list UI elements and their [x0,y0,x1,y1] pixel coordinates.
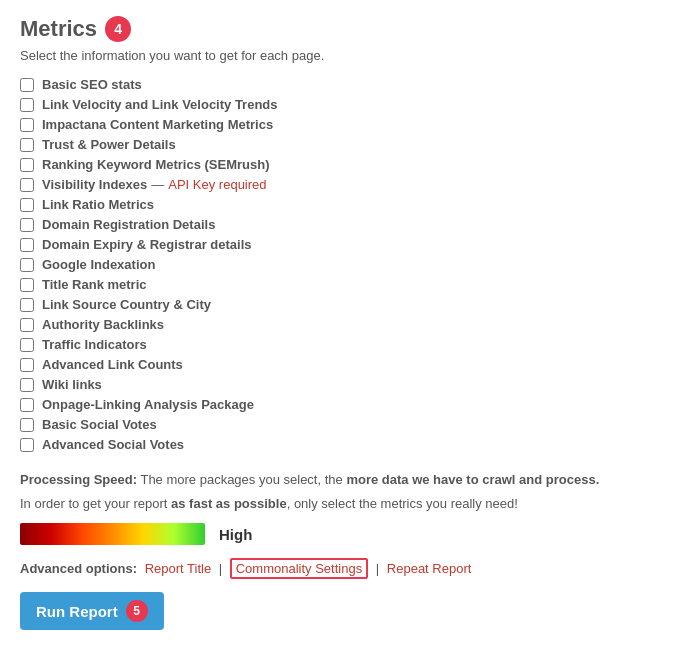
label-advanced-link-counts[interactable]: Advanced Link Counts [42,357,183,372]
list-item-domain-registration: Domain Registration Details [20,217,659,232]
api-key-required-link[interactable]: API Key required [168,177,266,192]
list-item-basic-social-votes: Basic Social Votes [20,417,659,432]
label-google-indexation[interactable]: Google Indexation [42,257,155,272]
list-item-visibility-indexes: Visibility Indexes — API Key required [20,177,659,192]
checkbox-impactana[interactable] [20,118,34,132]
label-domain-registration[interactable]: Domain Registration Details [42,217,215,232]
processing-text-start: The more packages you select, the [140,472,346,487]
checkbox-advanced-social-votes[interactable] [20,438,34,452]
processing-text-bold: more data we have to crawl and process. [346,472,599,487]
list-item-domain-expiry: Domain Expiry & Registrar details [20,237,659,252]
page-title: Metrics [20,16,97,42]
checkbox-basic-social-votes[interactable] [20,418,34,432]
label-onpage-linking[interactable]: Onpage-Linking Analysis Package [42,397,254,412]
label-title-rank[interactable]: Title Rank metric [42,277,147,292]
processing-label: Processing Speed: [20,472,137,487]
label-visibility-indexes[interactable]: Visibility Indexes [42,177,147,192]
label-basic-social-votes[interactable]: Basic Social Votes [42,417,157,432]
label-advanced-social-votes[interactable]: Advanced Social Votes [42,437,184,452]
checkbox-trust-power[interactable] [20,138,34,152]
list-item-link-ratio: Link Ratio Metrics [20,197,659,212]
label-link-ratio[interactable]: Link Ratio Metrics [42,197,154,212]
speed-label: High [219,526,252,543]
list-item-title-rank: Title Rank metric [20,277,659,292]
page-header: Metrics 4 [20,16,659,42]
label-link-source-country[interactable]: Link Source Country & City [42,297,211,312]
checkbox-domain-expiry[interactable] [20,238,34,252]
processing-section: Processing Speed: The more packages you … [20,470,659,545]
checkbox-link-velocity[interactable] [20,98,34,112]
label-traffic-indicators[interactable]: Traffic Indicators [42,337,147,352]
label-ranking-keyword[interactable]: Ranking Keyword Metrics (SEMrush) [42,157,270,172]
processing-line2-end: , only select the metrics you really nee… [287,496,518,511]
advanced-options-label: Advanced options: [20,561,137,576]
checkbox-basic-seo-stats[interactable] [20,78,34,92]
step-badge-4: 4 [105,16,131,42]
checkbox-domain-registration[interactable] [20,218,34,232]
step-badge-5: 5 [126,600,148,622]
list-item-advanced-social-votes: Advanced Social Votes [20,437,659,452]
list-item-impactana: Impactana Content Marketing Metrics [20,117,659,132]
run-report-label: Run Report [36,603,118,620]
report-title-link[interactable]: Report Title [145,561,211,576]
processing-line2-bold: as fast as possible [171,496,287,511]
label-impactana[interactable]: Impactana Content Marketing Metrics [42,117,273,132]
list-item-advanced-link-counts: Advanced Link Counts [20,357,659,372]
label-wiki-links[interactable]: Wiki links [42,377,102,392]
processing-line2-start: In order to get your report [20,496,171,511]
checkbox-wiki-links[interactable] [20,378,34,392]
list-item-link-source-country: Link Source Country & City [20,297,659,312]
commonality-settings-link[interactable]: Commonality Settings [230,558,368,579]
checkbox-visibility-indexes[interactable] [20,178,34,192]
checkbox-ranking-keyword[interactable] [20,158,34,172]
checkbox-title-rank[interactable] [20,278,34,292]
checkbox-google-indexation[interactable] [20,258,34,272]
list-item-traffic-indicators: Traffic Indicators [20,337,659,352]
run-report-button[interactable]: Run Report 5 [20,592,164,630]
checkbox-traffic-indicators[interactable] [20,338,34,352]
processing-text-line2: In order to get your report as fast as p… [20,494,659,514]
repeat-report-link[interactable]: Repeat Report [387,561,472,576]
speed-bar-container: High [20,523,659,545]
speed-bar [20,523,205,545]
advanced-options-row: Advanced options: Report Title | Commona… [20,561,659,576]
list-item-authority-backlinks: Authority Backlinks [20,317,659,332]
list-item-wiki-links: Wiki links [20,377,659,392]
list-item-onpage-linking: Onpage-Linking Analysis Package [20,397,659,412]
list-item-link-velocity: Link Velocity and Link Velocity Trends [20,97,659,112]
label-trust-power[interactable]: Trust & Power Details [42,137,176,152]
checkbox-link-source-country[interactable] [20,298,34,312]
label-basic-seo-stats[interactable]: Basic SEO stats [42,77,142,92]
checkbox-onpage-linking[interactable] [20,398,34,412]
checkbox-link-ratio[interactable] [20,198,34,212]
em-dash: — [151,177,164,192]
list-item-trust-power: Trust & Power Details [20,137,659,152]
label-link-velocity[interactable]: Link Velocity and Link Velocity Trends [42,97,278,112]
subtitle: Select the information you want to get f… [20,48,659,63]
label-domain-expiry[interactable]: Domain Expiry & Registrar details [42,237,252,252]
checkbox-advanced-link-counts[interactable] [20,358,34,372]
metrics-list: Basic SEO stats Link Velocity and Link V… [20,77,659,452]
checkbox-authority-backlinks[interactable] [20,318,34,332]
processing-text-line1: Processing Speed: The more packages you … [20,470,659,490]
label-authority-backlinks[interactable]: Authority Backlinks [42,317,164,332]
list-item-ranking-keyword: Ranking Keyword Metrics (SEMrush) [20,157,659,172]
list-item-basic-seo-stats: Basic SEO stats [20,77,659,92]
list-item-google-indexation: Google Indexation [20,257,659,272]
